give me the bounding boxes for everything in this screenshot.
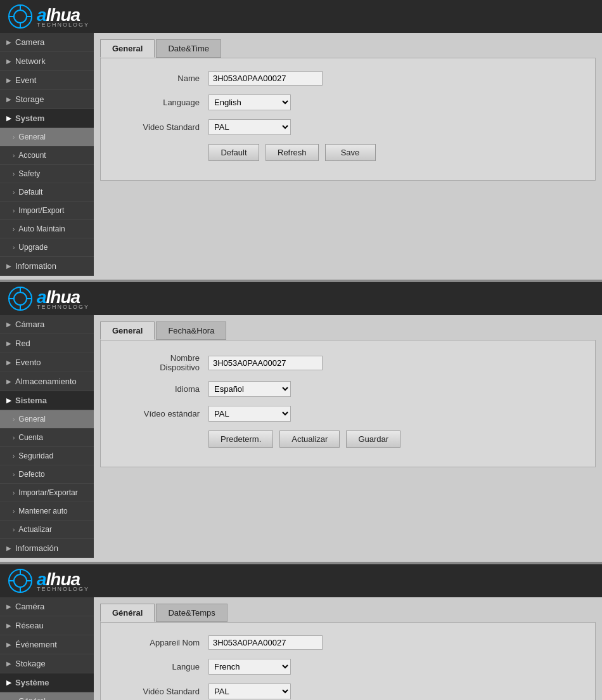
form-select-1[interactable]: EspañolEnglishFrench	[208, 381, 291, 397]
sidebar-item--v-nement[interactable]: ▶Événement	[0, 635, 94, 654]
tabs: GeneralFecha&Hora	[100, 321, 596, 340]
form-row-2: Vidéo StandardPALNTSC	[120, 684, 576, 699]
sidebar-item-red[interactable]: ▶Red	[0, 334, 94, 353]
sidebar-item-import-export[interactable]: ›Import/Export	[0, 202, 94, 220]
sidebar-item-importar-exportar[interactable]: ›Importar/Exportar	[0, 484, 94, 502]
arrow-icon: ▶	[6, 321, 11, 328]
sidebar-item-general[interactable]: ›General	[0, 128, 94, 146]
sidebar-label: Actualizar	[18, 525, 52, 534]
form-label-0: Name	[120, 74, 208, 83]
sidebar-item-informaci-n[interactable]: ▶Información	[0, 539, 94, 558]
button-predeterm-[interactable]: Predeterm.	[208, 431, 273, 448]
main-content: GeneralFecha&HoraNombreDispositivoIdioma…	[94, 315, 602, 558]
sidebar-item-stokage[interactable]: ▶Stokage	[0, 654, 94, 673]
form-row-0: NombreDispositivo	[120, 353, 576, 372]
form-select-1[interactable]: FrenchEnglishEspañol	[208, 659, 291, 675]
sidebar-item-default[interactable]: ›Default	[0, 183, 94, 202]
arrow-icon: ▶	[6, 378, 11, 385]
tab-date-time[interactable]: Date&Time	[156, 39, 221, 58]
sidebar-label: System	[15, 113, 44, 123]
sidebar-label: Auto Maintain	[18, 224, 65, 233]
arrow-icon: ›	[13, 416, 15, 423]
sidebar: ▶Camera▶Network▶Event▶Storage▶System›Gen…	[0, 33, 94, 276]
form-label-0: NombreDispositivo	[120, 353, 208, 372]
sidebar-label: Réseau	[15, 621, 44, 630]
form-row-0: Name	[120, 71, 576, 86]
sidebar-item-information[interactable]: ▶Information	[0, 257, 94, 276]
sidebar-item-mantener-auto[interactable]: ›Mantener auto	[0, 502, 94, 521]
form-panel: NameLanguageEnglishSpanishFrenchVideo St…	[100, 58, 596, 181]
button-default[interactable]: Default	[208, 144, 259, 161]
tab-general[interactable]: General	[100, 321, 155, 340]
arrow-icon: ›	[13, 471, 15, 478]
svg-point-7	[14, 292, 27, 305]
sidebar-item-auto-maintain[interactable]: ›Auto Maintain	[0, 220, 94, 238]
arrow-icon: ▶	[6, 660, 11, 667]
logo: alhua TECHNOLOGY	[8, 286, 89, 311]
sidebar-item-account[interactable]: ›Account	[0, 146, 94, 165]
logo-sub: TECHNOLOGY	[37, 586, 89, 592]
sidebar-item-c-mara[interactable]: ▶Cámara	[0, 315, 94, 334]
logo: alhua TECHNOLOGY	[8, 4, 89, 29]
sidebar-label: Network	[15, 56, 46, 66]
main-content: GénéralDate&TempsAppareil NomLangueFrenc…	[94, 597, 602, 700]
sidebar-item-r-seau[interactable]: ▶Réseau	[0, 616, 94, 635]
sidebar-item-upgrade[interactable]: ›Upgrade	[0, 238, 94, 257]
tab-date-temps[interactable]: Date&Temps	[156, 604, 227, 622]
svg-point-13	[14, 574, 27, 587]
sidebar-item-network[interactable]: ▶Network	[0, 52, 94, 71]
sidebar-label: Account	[18, 151, 46, 160]
arrow-icon: ▶	[6, 622, 11, 629]
sidebar-label: Importar/Exportar	[18, 488, 77, 497]
header-bar: alhua TECHNOLOGY	[0, 282, 602, 315]
sidebar-item-storage[interactable]: ▶Storage	[0, 90, 94, 109]
sidebar-label: Evento	[15, 358, 41, 367]
sidebar-item-g-n-ral[interactable]: ›Général	[0, 692, 94, 700]
arrow-icon: ▶	[6, 39, 11, 46]
sidebar-item-evento[interactable]: ▶Evento	[0, 353, 94, 372]
sidebar: ▶Cámara▶Red▶Evento▶Almacenamiento▶Sistem…	[0, 315, 94, 558]
arrow-icon: ›	[13, 508, 15, 515]
sidebar-label: Event	[15, 75, 36, 85]
sidebar-item-general[interactable]: ›General	[0, 410, 94, 429]
form-label-2: Vídeo estándar	[120, 409, 208, 418]
sidebar-item-sistema[interactable]: ▶Sistema	[0, 391, 94, 410]
sidebar-item-cuenta[interactable]: ›Cuenta	[0, 429, 94, 447]
tab-fecha-hora[interactable]: Fecha&Hora	[156, 321, 226, 340]
form-label-1: Idioma	[120, 384, 208, 394]
arrow-icon: ›	[13, 171, 15, 178]
sidebar-item-camera[interactable]: ▶Camera	[0, 33, 94, 52]
content-area: ▶Caméra▶Réseau▶Événement▶Stokage▶Système…	[0, 597, 602, 700]
form-row-1: IdiomaEspañolEnglishFrench	[120, 381, 576, 397]
tab-general[interactable]: General	[100, 39, 155, 58]
sidebar-item-system[interactable]: ▶System	[0, 109, 94, 128]
arrow-icon: ▶	[6, 96, 11, 103]
form-select-1[interactable]: EnglishSpanishFrench	[208, 94, 291, 110]
sidebar-item-cam-ra[interactable]: ▶Caméra	[0, 597, 94, 616]
sidebar-item-almacenamiento[interactable]: ▶Almacenamiento	[0, 372, 94, 391]
button-save[interactable]: Save	[325, 144, 376, 161]
button-refresh[interactable]: Refresh	[266, 144, 319, 161]
sidebar-item-defecto[interactable]: ›Defecto	[0, 465, 94, 484]
form-select-2[interactable]: PALNTSC	[208, 406, 291, 422]
panel-english: alhua TECHNOLOGY ▶Camera▶Network▶Event▶S…	[0, 0, 602, 276]
form-input-0[interactable]	[208, 635, 323, 650]
sidebar-item-actualizar[interactable]: ›Actualizar	[0, 521, 94, 539]
sidebar-item-safety[interactable]: ›Safety	[0, 165, 94, 183]
arrow-icon: ›	[13, 152, 15, 159]
form-input-0[interactable]	[208, 356, 323, 370]
button-guardar[interactable]: Guardar	[346, 431, 400, 448]
button-actualizar[interactable]: Actualizar	[279, 431, 340, 448]
arrow-icon: ›	[13, 189, 15, 196]
sidebar-item-event[interactable]: ▶Event	[0, 71, 94, 90]
arrow-icon: ▶	[6, 545, 11, 552]
form-select-2[interactable]: PALNTSC	[208, 684, 291, 699]
form-label-1: Language	[120, 98, 208, 107]
tab-g-n-ral[interactable]: Général	[100, 604, 155, 622]
form-input-0[interactable]	[208, 71, 323, 86]
sidebar-item-seguridad[interactable]: ›Seguridad	[0, 447, 94, 465]
form-row-1: LanguageEnglishSpanishFrench	[120, 94, 576, 110]
arrow-icon: ›	[13, 207, 15, 214]
sidebar-item-syst-me[interactable]: ▶Système	[0, 673, 94, 692]
form-select-2[interactable]: PALNTSC	[208, 119, 291, 135]
